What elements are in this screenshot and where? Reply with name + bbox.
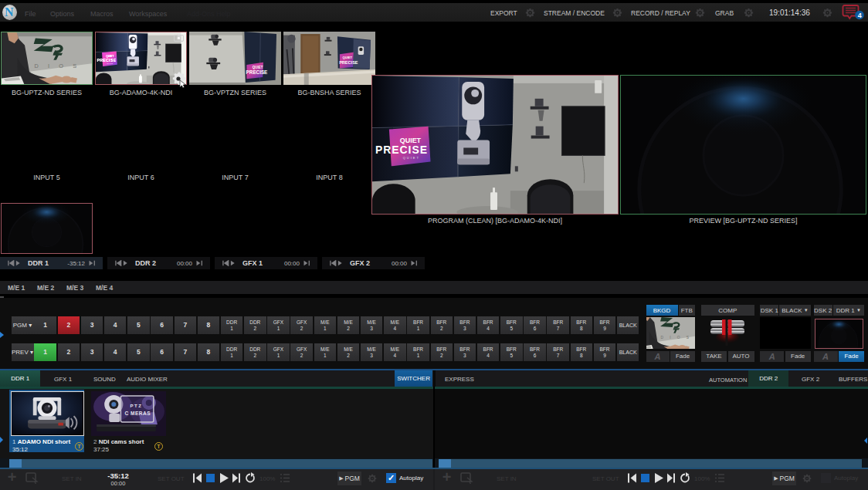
svg-text:4: 4 <box>858 12 862 19</box>
